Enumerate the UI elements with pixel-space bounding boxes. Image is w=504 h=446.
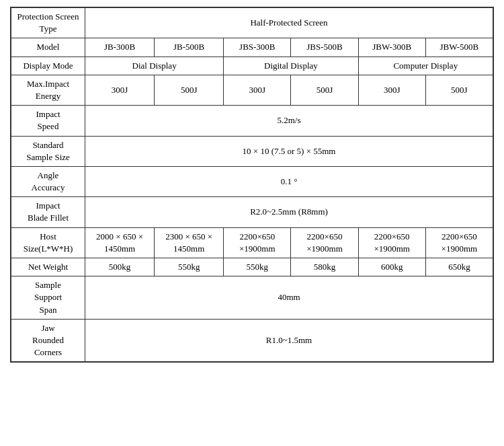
energy-jbs300b: 300J	[224, 75, 291, 105]
speed-label: ImpactSpeed	[11, 106, 85, 136]
spec-table: Protection Screen Type Half-Protected Sc…	[10, 7, 494, 363]
host-jb500b: 2300 × 650 × 1450mm	[155, 227, 224, 258]
display-computer: Computer Display	[358, 57, 493, 75]
weight-jbs500b: 580kg	[291, 258, 358, 276]
angle-label: AngleAccuracy	[11, 166, 85, 196]
sample-size-value: 10 × 10 (7.5 or 5) × 55mm	[85, 136, 493, 166]
sample-size-label: StandardSample Size	[11, 136, 85, 166]
model-jbs300b: JBS-300B	[224, 38, 291, 57]
weight-jbw300b: 600kg	[358, 258, 425, 276]
jaw-label: JawRoundedCorners	[11, 319, 85, 362]
jaw-value: R1.0~1.5mm	[85, 319, 493, 362]
angle-value: 0.1 °	[85, 166, 493, 196]
display-label: Display Mode	[11, 57, 85, 75]
blade-value: R2.0~2.5mm (R8mm)	[85, 197, 493, 227]
support-value: 40mm	[85, 276, 493, 320]
weight-jbs300b: 550kg	[224, 258, 291, 276]
display-dial: Dial Display	[85, 57, 224, 75]
host-jbw500b: 2200×650 ×1900mm	[425, 227, 493, 258]
model-jb500b: JB-500B	[155, 38, 224, 57]
host-jb300b: 2000 × 650 × 1450mm	[85, 227, 155, 258]
energy-jb500b: 500J	[155, 75, 224, 105]
weight-jbw500b: 650kg	[425, 258, 493, 276]
support-label: SampleSupportSpan	[11, 276, 85, 320]
model-jbs500b: JBS-500B	[291, 38, 358, 57]
speed-value: 5.2m/s	[85, 106, 493, 136]
model-jbw500b: JBW-500B	[425, 38, 493, 57]
host-jbw300b: 2200×650 ×1900mm	[358, 227, 425, 258]
weight-jb500b: 550kg	[155, 258, 224, 276]
energy-jbw500b: 500J	[425, 75, 493, 105]
energy-label: Max.ImpactEnergy	[11, 75, 85, 105]
energy-jbs500b: 500J	[291, 75, 358, 105]
weight-label: Net Weight	[11, 258, 85, 276]
energy-jb300b: 300J	[85, 75, 155, 105]
protection-label: Protection Screen Type	[11, 8, 85, 38]
blade-label: ImpactBlade Fillet	[11, 197, 85, 227]
protection-value: Half-Protected Screen	[85, 8, 493, 38]
energy-jbw300b: 300J	[358, 75, 425, 105]
model-label: Model	[11, 38, 85, 57]
model-jb300b: JB-300B	[85, 38, 155, 57]
weight-jb300b: 500kg	[85, 258, 155, 276]
host-jbs500b: 2200×650 ×1900mm	[291, 227, 358, 258]
host-label: HostSize(L*W*H)	[11, 227, 85, 258]
display-digital: Digital Display	[224, 57, 358, 75]
host-jbs300b: 2200×650 ×1900mm	[224, 227, 291, 258]
model-jbw300b: JBW-300B	[358, 38, 425, 57]
